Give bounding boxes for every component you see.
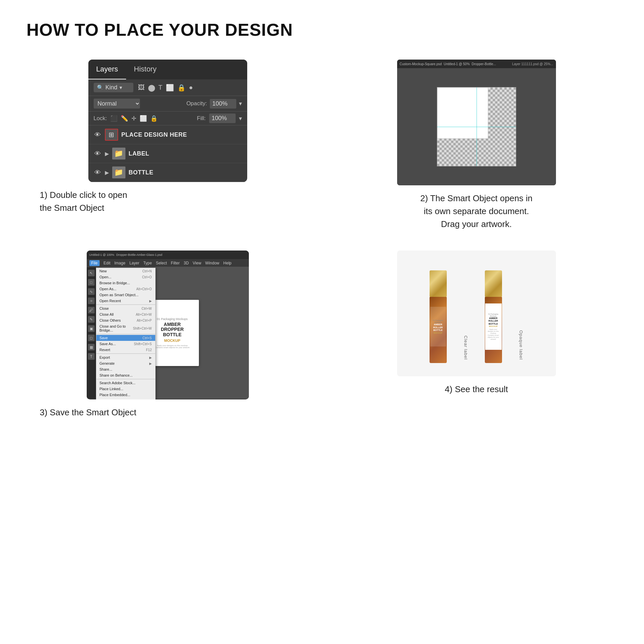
- tab-history[interactable]: History: [126, 60, 164, 79]
- tab-label-2: Untitled-1 @ 50%: [444, 62, 470, 66]
- lock-all-icon: 🔒: [150, 115, 158, 122]
- menu-item-export[interactable]: Export▶: [96, 354, 155, 360]
- layer-name-3: BOTTLE: [129, 169, 154, 176]
- canvas-white-area: [437, 87, 488, 139]
- layer-name-1: PLACE DESIGN HERE: [121, 131, 187, 138]
- menu-item-browse[interactable]: Browse in Bridge...: [96, 280, 155, 286]
- bottle-cap-2: [485, 270, 502, 297]
- menu-item-close-others[interactable]: Close OthersAlt+Ctrl+P: [96, 317, 155, 323]
- tool-type[interactable]: T: [88, 353, 95, 360]
- tool-lasso[interactable]: ∿: [88, 288, 95, 295]
- opaque-label-text: Opaque label: [519, 330, 524, 360]
- layer-place-design[interactable]: 👁 ⊞ PLACE DESIGN HERE: [88, 125, 247, 144]
- menu-item-close[interactable]: CloseCtrl+W: [96, 305, 155, 311]
- tool-brush[interactable]: ✎: [88, 316, 95, 323]
- menu-item-revert[interactable]: RevertF12: [96, 347, 155, 353]
- tool-gradient[interactable]: ▦: [88, 344, 95, 350]
- caption-2: 2) The Smart Object opens inits own sepa…: [420, 192, 532, 231]
- opacity-label: Opacity:: [186, 100, 207, 107]
- vertical-guide: [477, 87, 477, 166]
- menu-item-stock[interactable]: Search Adobe Stock...: [96, 380, 155, 386]
- canvas-area: [397, 68, 556, 185]
- divider-2: [96, 334, 155, 334]
- product-display: 01 Packaging Mockups AMBERROLLERBOTTLE M…: [397, 251, 556, 376]
- tool-select[interactable]: □: [88, 279, 95, 286]
- bottle-opaque-label: 01 Packaging Mockups AMBERROLLERBOTTLE M…: [485, 270, 502, 363]
- menu-item-recent[interactable]: Open Recent▶: [96, 298, 155, 304]
- tool-clone[interactable]: ▣: [88, 325, 95, 332]
- menu-layer[interactable]: Layer: [129, 261, 139, 265]
- fill-arrow: ▾: [239, 115, 242, 122]
- layer-name-2: LABEL: [129, 150, 150, 157]
- expand-arrow-2[interactable]: ▶: [105, 151, 109, 157]
- fill-input[interactable]: [209, 114, 236, 123]
- page-title: HOW TO PLACE YOUR DESIGN: [26, 20, 618, 40]
- menu-item-open-as[interactable]: Open As...Alt+Ctrl+O: [96, 286, 155, 292]
- bottle-body-1: 01 Packaging Mockups AMBERROLLERBOTTLE M…: [430, 297, 447, 363]
- layer-bottle[interactable]: 👁 ▶ 📁 BOTTLE: [88, 163, 247, 182]
- step-2-number: 2): [420, 193, 428, 203]
- menu-item-close-bridge[interactable]: Close and Go to Bridge...Shift+Ctrl+W: [96, 323, 155, 333]
- tools-sidebar: ↖ □ ∿ ⌗ 🖊 ✎ ▣ ◻ ▦ T: [87, 267, 96, 399]
- menu-item-save-as[interactable]: Save As...Shift+Ctrl+S: [96, 341, 155, 347]
- menu-item-place-linked[interactable]: Place Linked...: [96, 386, 155, 392]
- bottle-cap-1: [430, 270, 447, 297]
- steps-grid: Layers History 🔍 Kind ▾ 🖼 ⬤ T ⬜: [26, 60, 618, 422]
- filter-icons: 🖼 ⬤ T ⬜ 🔒 ●: [138, 84, 193, 92]
- menu-view[interactable]: View: [193, 261, 201, 265]
- image-icon: 🖼: [138, 84, 145, 91]
- menu-window[interactable]: Window: [205, 261, 219, 265]
- smart-object-icon: ⊞: [109, 131, 114, 139]
- blend-mode-select[interactable]: Normal: [94, 99, 140, 109]
- tab-layers[interactable]: Layers: [88, 60, 126, 79]
- menu-item-save[interactable]: SaveCtrl+S: [96, 335, 155, 341]
- opacity-input[interactable]: [210, 99, 236, 109]
- tool-crop[interactable]: ⌗: [88, 298, 95, 304]
- tool-move[interactable]: ↖: [88, 270, 95, 276]
- expand-arrow-3[interactable]: ▶: [105, 169, 109, 176]
- menu-select[interactable]: Select: [156, 261, 167, 265]
- menu-item-generate[interactable]: Generate▶: [96, 360, 155, 366]
- step-3-number: 3): [40, 407, 47, 417]
- blending-row: Normal Opacity: ▾: [88, 96, 247, 112]
- menu-image[interactable]: Image: [115, 261, 125, 265]
- cell-1: Layers History 🔍 Kind ▾ 🖼 ⬤ T ⬜: [26, 60, 309, 231]
- menu-type[interactable]: Type: [143, 261, 152, 265]
- smart-obj-thumb: ⊞: [105, 129, 118, 141]
- menu-content-area: ↖ □ ∿ ⌗ 🖊 ✎ ▣ ◻ ▦ T NewCtrl+N Open: [87, 267, 249, 399]
- menu-item-share[interactable]: Share...: [96, 366, 155, 372]
- eye-icon-2[interactable]: 👁: [94, 150, 102, 158]
- mini-brand: 01 Packaging Mockups: [157, 317, 188, 321]
- layer-label[interactable]: 👁 ▶ 📁 LABEL: [88, 144, 247, 163]
- clear-label-text: Clear label: [463, 336, 468, 360]
- lock-label: Lock:: [94, 115, 107, 122]
- filter-icon: ●: [189, 84, 193, 91]
- shape-icon: ⬜: [166, 84, 174, 92]
- menu-3d[interactable]: 3D: [184, 261, 189, 265]
- menu-item-open-smart[interactable]: Open as Smart Object...: [96, 292, 155, 298]
- ps-document-panel: Custom-Mockup-Square.psd Untitled-1 @ 50…: [397, 60, 556, 185]
- folder-thumb-2: 📁: [112, 166, 125, 178]
- mini-body: Apply your designs on this mockupContain…: [155, 345, 189, 348]
- eye-icon-1[interactable]: 👁: [94, 131, 102, 139]
- lock-icon-sm: 🔒: [177, 84, 186, 92]
- chevron-down-icon: ▾: [119, 84, 122, 91]
- panel-tabs: Layers History: [88, 60, 247, 79]
- label-2-wrapper: Opaque label: [519, 264, 524, 363]
- search-box[interactable]: 🔍 Kind ▾: [94, 83, 133, 92]
- menu-item-open[interactable]: Open...Ctrl+O: [96, 274, 155, 280]
- menu-item-share-behance[interactable]: Share on Behance...: [96, 372, 155, 378]
- menu-filter[interactable]: Filter: [171, 261, 180, 265]
- tool-eyedropper[interactable]: 🖊: [88, 307, 95, 313]
- label-overlay-1: 01 Packaging Mockups AMBERROLLERBOTTLE M…: [430, 307, 446, 346]
- menu-edit[interactable]: Edit: [104, 261, 111, 265]
- menu-item-package[interactable]: Package...: [96, 398, 155, 399]
- menu-item-new[interactable]: NewCtrl+N: [96, 268, 155, 274]
- menu-help[interactable]: Help: [223, 261, 232, 265]
- menu-item-close-all[interactable]: Close AllAlt+Ctrl+W: [96, 311, 155, 317]
- text-icon: T: [159, 84, 162, 91]
- eye-icon-3[interactable]: 👁: [94, 169, 102, 176]
- menu-item-place-embedded[interactable]: Place Embedded...: [96, 392, 155, 398]
- menu-file[interactable]: File: [89, 260, 100, 266]
- tool-eraser[interactable]: ◻: [88, 335, 95, 341]
